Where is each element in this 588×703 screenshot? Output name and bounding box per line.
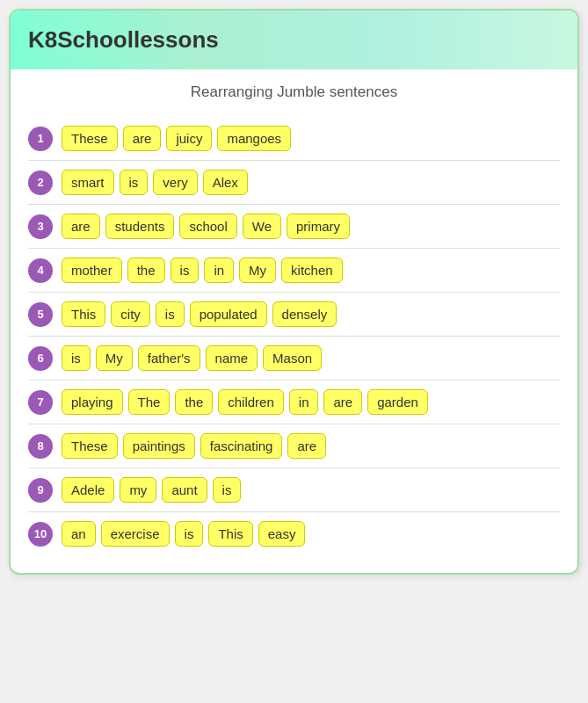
word-tag[interactable]: Adele	[62, 477, 114, 503]
sentence-row: 2smartisveryAlex	[28, 161, 560, 205]
word-tag[interactable]: the	[127, 257, 165, 283]
word-tag[interactable]: paintings	[123, 433, 195, 459]
sentences-container: 1Thesearejuicymangoes2smartisveryAlex3ar…	[28, 117, 560, 555]
sentence-row: 9Adelemyauntis	[28, 468, 560, 512]
main-card: K8Schoollessons Rearranging Jumble sente…	[9, 9, 579, 575]
sentence-row: 10anexerciseisThiseasy	[28, 512, 560, 555]
row-number-1: 1	[28, 127, 53, 151]
sentence-row: 7playingThethechildreninaregarden	[28, 380, 560, 424]
word-tag[interactable]: Alex	[203, 170, 248, 195]
word-tag[interactable]: city	[111, 301, 150, 327]
word-tag[interactable]: is	[62, 345, 91, 371]
word-tag[interactable]: garden	[367, 389, 428, 415]
word-tag[interactable]: my	[120, 477, 156, 503]
row-number-7: 7	[28, 390, 53, 415]
word-tag[interactable]: school	[179, 214, 236, 239]
word-tag[interactable]: fascinating	[200, 433, 283, 459]
card-body: Rearranging Jumble sentences 1Theseareju…	[11, 69, 577, 573]
word-tag[interactable]: This	[208, 521, 252, 547]
word-tag[interactable]: My	[239, 257, 276, 283]
word-tag[interactable]: are	[287, 433, 326, 459]
word-tag[interactable]: This	[62, 301, 105, 327]
word-tag[interactable]: students	[105, 214, 175, 239]
word-tag[interactable]: aunt	[162, 477, 207, 503]
word-tag[interactable]: mother	[62, 257, 122, 283]
word-tag[interactable]: The	[128, 389, 171, 415]
word-tag[interactable]: easy	[258, 521, 306, 547]
word-tag[interactable]: densely	[272, 301, 338, 327]
app-title: K8Schoollessons	[28, 26, 219, 53]
word-tag[interactable]: playing	[62, 389, 123, 415]
card-header: K8Schoollessons	[11, 11, 577, 69]
word-tag[interactable]: juicy	[166, 126, 212, 151]
row-number-2: 2	[28, 170, 53, 195]
word-tag[interactable]: Mason	[263, 345, 322, 371]
word-tag[interactable]: We	[243, 214, 281, 239]
row-number-4: 4	[28, 258, 53, 283]
word-tag[interactable]: smart	[62, 170, 114, 195]
row-number-5: 5	[28, 302, 53, 327]
sentence-row: 6isMyfather'snameMason	[28, 337, 560, 380]
word-tag[interactable]: in	[204, 257, 234, 283]
row-number-10: 10	[28, 522, 53, 547]
word-tag[interactable]: is	[213, 477, 242, 503]
word-tag[interactable]: the	[175, 389, 213, 415]
word-tag[interactable]: is	[171, 257, 200, 283]
word-tag[interactable]: father's	[138, 345, 200, 371]
word-tag[interactable]: name	[206, 345, 258, 371]
word-tag[interactable]: is	[175, 521, 204, 547]
sentence-row: 8Thesepaintingsfascinatingare	[28, 424, 560, 468]
row-number-9: 9	[28, 478, 53, 503]
word-tag[interactable]: kitchen	[281, 257, 343, 283]
word-tag[interactable]: primary	[287, 214, 350, 239]
word-tag[interactable]: These	[62, 433, 118, 459]
word-tag[interactable]: are	[62, 214, 100, 239]
sentence-row: 3arestudentsschoolWeprimary	[28, 205, 560, 249]
row-number-8: 8	[28, 434, 53, 459]
word-tag[interactable]: very	[153, 170, 197, 195]
sentence-row: 4mothertheisinMykitchen	[28, 249, 560, 293]
word-tag[interactable]: an	[62, 521, 96, 547]
word-tag[interactable]: are	[323, 389, 362, 415]
page-subtitle: Rearranging Jumble sentences	[28, 83, 560, 101]
word-tag[interactable]: exercise	[101, 521, 170, 547]
word-tag[interactable]: are	[123, 126, 162, 151]
word-tag[interactable]: My	[96, 345, 133, 371]
row-number-6: 6	[28, 346, 53, 371]
word-tag[interactable]: is	[156, 301, 185, 327]
word-tag[interactable]: is	[120, 170, 149, 195]
word-tag[interactable]: in	[289, 389, 319, 415]
word-tag[interactable]: children	[218, 389, 284, 415]
word-tag[interactable]: These	[62, 126, 118, 151]
row-number-3: 3	[28, 214, 53, 239]
sentence-row: 1Thesearejuicymangoes	[28, 117, 560, 161]
word-tag[interactable]: populated	[190, 301, 267, 327]
word-tag[interactable]: mangoes	[217, 126, 291, 151]
sentence-row: 5Thiscityispopulateddensely	[28, 293, 560, 337]
